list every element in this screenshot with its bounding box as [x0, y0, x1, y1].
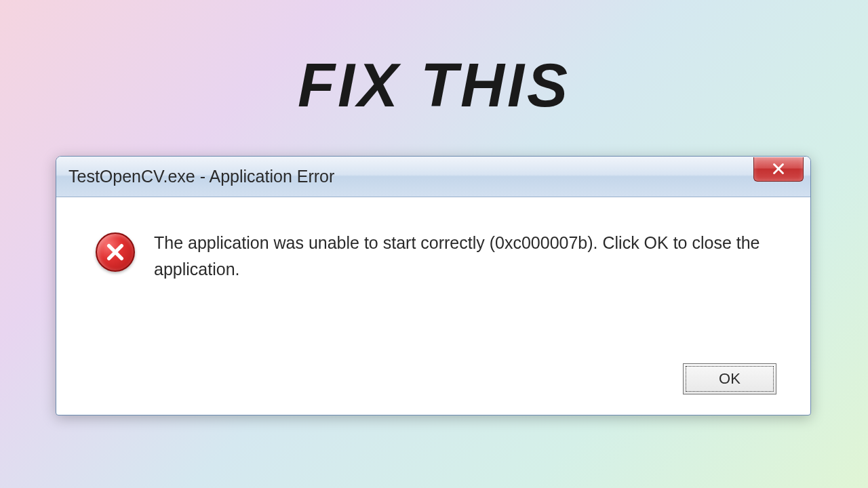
content-row: The application was unable to start corr…	[77, 230, 790, 283]
error-icon	[96, 232, 135, 272]
dialog-body: The application was unable to start corr…	[56, 197, 810, 363]
button-row: OK	[56, 363, 810, 415]
error-message: The application was unable to start corr…	[154, 230, 790, 283]
close-icon	[771, 161, 786, 176]
dialog-title: TestOpenCV.exe - Application Error	[68, 167, 334, 186]
ok-button[interactable]: OK	[683, 363, 776, 394]
error-dialog: TestOpenCV.exe - Application Error The a…	[56, 156, 811, 415]
titlebar[interactable]: TestOpenCV.exe - Application Error	[56, 157, 810, 197]
close-button[interactable]	[753, 157, 804, 182]
headline-text: FIX THIS	[298, 51, 570, 121]
